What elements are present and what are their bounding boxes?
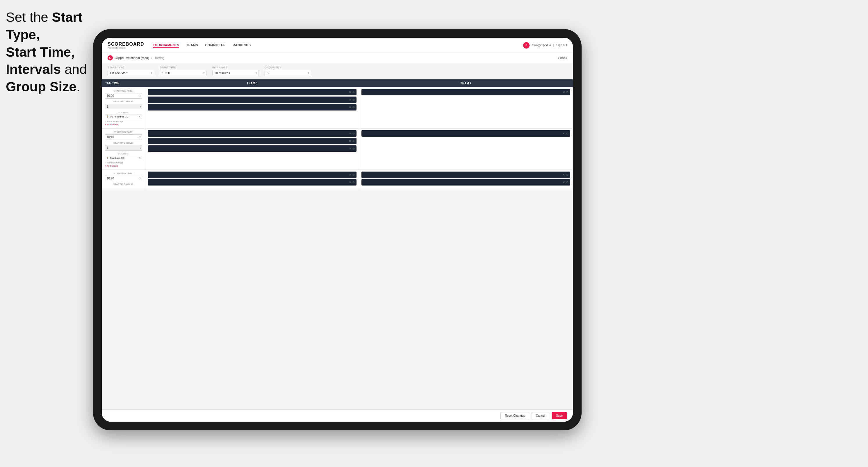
clippd-icon: C — [107, 55, 113, 61]
hole-select-1[interactable]: 1 — [105, 104, 142, 109]
group-size-select-wrap: 3 2 4 — [265, 70, 311, 76]
team2-player-remove-2-1[interactable]: ✕ — [563, 132, 565, 135]
player-row-2-3: ✕ ⊙ — [148, 146, 356, 152]
player-remove-2-1[interactable]: ✕ — [349, 132, 351, 135]
player-expand-3-1[interactable]: ⊙ — [352, 173, 355, 176]
player-row-actions-1-1: ✕ ⊙ — [349, 91, 355, 94]
team2-player-expand-3-1[interactable]: ⊙ — [566, 173, 568, 176]
start-type-select[interactable]: 1st Tee Start Shotgun Start — [107, 70, 154, 76]
nav-links: TOURNAMENTS TEAMS COMMITTEE RANKINGS — [153, 43, 523, 48]
player-remove-3-1[interactable]: ✕ — [349, 173, 351, 176]
tablet-screen: SCOREBOARD Powered by clipp.io TOURNAMEN… — [102, 38, 573, 422]
player-remove-1-3[interactable]: ✕ — [349, 106, 351, 109]
start-time-group: Start Time 10:00 09:00 11:00 — [160, 66, 207, 76]
team2-player-row-3-1: ✕ ⊙ — [362, 172, 570, 178]
add-group-icon-1: + — [105, 123, 106, 126]
player-remove-2-3[interactable]: ✕ — [349, 147, 351, 150]
course-tag-1: 🏌 (A) Peachtree GC ✕ — [105, 115, 142, 119]
player-expand-3-2[interactable]: ⊙ — [352, 181, 355, 184]
player-expand-2-2[interactable]: ⊙ — [352, 139, 355, 143]
course-label-1: COURSE: — [105, 111, 142, 114]
cancel-button[interactable]: Cancel — [532, 412, 549, 419]
time-input-2[interactable] — [105, 134, 142, 140]
player-row-2-1: ✕ ⊙ — [148, 130, 356, 137]
player-expand-1-2[interactable]: ⊙ — [352, 98, 355, 101]
course-icon-1: 🏌 — [106, 116, 109, 118]
nav-separator: | — [553, 43, 554, 47]
player-expand-1-3[interactable]: ⊙ — [352, 106, 355, 109]
start-type-select-wrap: 1st Tee Start Shotgun Start — [107, 70, 154, 76]
team2-player-remove-3-1[interactable]: ✕ — [563, 173, 565, 176]
nav-teams[interactable]: TEAMS — [186, 43, 198, 48]
instruction-bold1: Start Type, — [6, 9, 82, 42]
team2-player-expand-1-1[interactable]: ⊙ — [566, 91, 568, 94]
tee-left-3: STARTING TIME: ⏱ STARTING HOLE: — [102, 170, 145, 189]
logo-area: SCOREBOARD Powered by clipp.io — [107, 41, 144, 49]
team2-player-remove-3-2[interactable]: ✕ — [563, 181, 565, 184]
team2-player-expand-3-2[interactable]: ⊙ — [566, 181, 568, 184]
team1-cell-2: ✕ ⊙ ✕ ⊙ ✕ ⊙ — [145, 128, 359, 169]
instruction-line3: and — [61, 62, 87, 77]
group-size-label: Group Size — [265, 66, 311, 69]
tournament-name[interactable]: Clippd Invitational (Men) — [115, 56, 149, 60]
starting-time-label-3: STARTING TIME: — [105, 172, 142, 175]
intervals-select-wrap: 10 Minutes 8 Minutes 12 Minutes — [212, 70, 259, 76]
hole-select-2[interactable]: 1 — [105, 145, 142, 151]
starting-hole-label-3: STARTING HOLE: — [105, 183, 142, 186]
add-group-btn-2[interactable]: + Add Group — [105, 164, 142, 167]
course-remove-2[interactable]: ✕ — [139, 157, 141, 159]
starting-time-label-1: STARTING TIME: — [105, 90, 142, 92]
team2-player-expand-2-1[interactable]: ⊙ — [566, 132, 568, 135]
team2-player-remove-1-1[interactable]: ✕ — [563, 91, 565, 94]
player-expand-2-3[interactable]: ⊙ — [352, 147, 355, 150]
remove-group-icon-2: ○ — [105, 161, 106, 164]
nav-rankings[interactable]: RANKINGS — [232, 43, 251, 48]
player-row-actions-3-2: ✕ ⊙ — [349, 181, 355, 184]
player-remove-1-1[interactable]: ✕ — [349, 91, 351, 94]
start-type-group: Start Type 1st Tee Start Shotgun Start — [107, 66, 154, 76]
hosting-label[interactable]: Hosting — [154, 56, 164, 60]
hole-select-wrap-2: 1 — [105, 145, 142, 151]
player-remove-3-2[interactable]: ✕ — [349, 181, 351, 184]
player-row-actions-1-3: ✕ ⊙ — [349, 106, 355, 109]
tee-group-2: STARTING TIME: ⏱ STARTING HOLE: 1 COURSE… — [102, 128, 573, 170]
start-time-select[interactable]: 10:00 09:00 11:00 — [160, 70, 207, 76]
back-button[interactable]: ‹ Back — [558, 56, 567, 60]
group-size-group: Group Size 3 2 4 — [265, 66, 311, 76]
player-row-actions-3-1: ✕ ⊙ — [349, 173, 355, 176]
main-content: Tee Time Team 1 Team 2 STARTING TIME: ⏱ … — [102, 80, 573, 409]
player-expand-1-1[interactable]: ⊙ — [352, 91, 355, 94]
course-icon-2: 🏌 — [106, 157, 109, 159]
group-size-select[interactable]: 3 2 4 — [265, 70, 311, 76]
course-remove-1[interactable]: ✕ — [139, 116, 141, 118]
time-input-1[interactable] — [105, 93, 142, 99]
team2-player-actions-2-1: ✕ ⊙ — [563, 132, 568, 135]
player-remove-2-2[interactable]: ✕ — [349, 139, 351, 143]
nav-committee[interactable]: COMMITTEE — [205, 43, 226, 48]
nav-tournaments[interactable]: TOURNAMENTS — [153, 43, 179, 48]
intervals-group: Intervals 10 Minutes 8 Minutes 12 Minute… — [212, 66, 259, 76]
instruction-line1: Set the Start Type, — [6, 9, 82, 42]
team1-cell-1: ✕ ⊙ ✕ ⊙ ✕ ⊙ — [145, 87, 359, 128]
add-group-btn-1[interactable]: + Add Group — [105, 123, 142, 126]
time-clock-icon-2: ⏱ — [138, 136, 141, 139]
team2-cell-3: ✕ ⊙ ✕ ⊙ — [359, 170, 573, 189]
save-button[interactable]: Save — [552, 412, 567, 419]
player-expand-2-1[interactable]: ⊙ — [352, 132, 355, 135]
player-remove-1-2[interactable]: ✕ — [349, 98, 351, 101]
instruction-bold4: Group Size — [6, 79, 76, 94]
team2-cell-2: ✕ ⊙ — [359, 128, 573, 169]
sign-out-link[interactable]: Sign out — [556, 43, 567, 47]
starting-hole-label-1: STARTING HOLE: — [105, 100, 142, 103]
tablet-frame: SCOREBOARD Powered by clipp.io TOURNAMEN… — [93, 29, 582, 430]
nav-bar: SCOREBOARD Powered by clipp.io TOURNAMEN… — [102, 38, 573, 53]
reset-changes-button[interactable]: Reset Changes — [500, 412, 529, 419]
time-input-3[interactable] — [105, 176, 142, 181]
remove-group-btn-1[interactable]: ○ Remove Group — [105, 120, 142, 123]
remove-group-btn-2[interactable]: ○ Remove Group — [105, 161, 142, 164]
logo-sub: Powered by clipp.io — [107, 47, 144, 49]
team2-player-actions-3-2: ✕ ⊙ — [563, 181, 568, 184]
start-time-select-wrap: 10:00 09:00 11:00 — [160, 70, 207, 76]
table-header: Tee Time Team 1 Team 2 — [102, 80, 573, 87]
intervals-select[interactable]: 10 Minutes 8 Minutes 12 Minutes — [212, 70, 259, 76]
